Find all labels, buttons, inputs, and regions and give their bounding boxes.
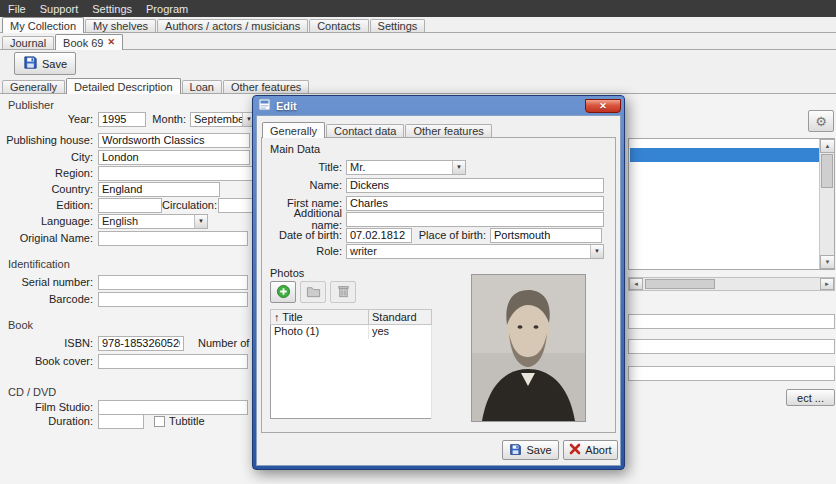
tab-label: Settings [378, 20, 418, 32]
publishing-house-label: Publishing house: [6, 134, 98, 146]
tab-generally[interactable]: Generally [2, 80, 65, 93]
scroll-left-icon[interactable]: ◄ [629, 278, 643, 290]
right-field-2[interactable] [628, 339, 835, 354]
tab-label: My Collection [10, 20, 76, 32]
barcode-input[interactable] [98, 292, 248, 307]
tab-detailed-description[interactable]: Detailed Description [66, 78, 180, 94]
menu-settings[interactable]: Settings [92, 3, 132, 15]
scroll-down-icon[interactable]: ▼ [820, 255, 835, 269]
standard-column-header[interactable]: Standard [369, 310, 432, 325]
tab-book-69[interactable]: Book 69 ✕ [55, 34, 123, 50]
chevron-down-icon[interactable]: ▼ [590, 245, 603, 258]
tab-other-features[interactable]: Other features [223, 80, 309, 93]
scrollbar-track[interactable] [643, 278, 820, 290]
title-combo[interactable]: Mr. ▼ [346, 160, 466, 175]
language-row: Language: English ▼ [6, 213, 208, 229]
date-of-birth-input[interactable] [346, 228, 412, 243]
tab-my-collection[interactable]: My Collection [2, 17, 84, 33]
dialog-tab-generally[interactable]: Generally [262, 122, 325, 138]
original-name-input[interactable] [98, 231, 248, 246]
scrollbar-thumb[interactable] [645, 279, 715, 289]
tab-authors-actors-musicians[interactable]: Authors / actors / musicians [157, 19, 308, 32]
photos-table-header: ↑ Title Standard [271, 310, 432, 325]
horizontal-scrollbar[interactable]: ◄ ► [628, 277, 835, 291]
year-input[interactable] [98, 112, 146, 127]
book-cover-input[interactable] [98, 354, 248, 369]
main-data-heading: Main Data [270, 143, 320, 155]
save-icon [509, 443, 522, 458]
language-label: Language: [6, 215, 98, 227]
first-name-input[interactable] [346, 196, 604, 211]
right-field-1[interactable] [628, 314, 835, 329]
additional-name-input[interactable] [346, 212, 604, 227]
delete-photo-button[interactable] [330, 281, 356, 303]
chevron-down-icon[interactable]: ▼ [452, 161, 465, 174]
tab-label: Other features [231, 81, 301, 93]
country-input[interactable] [98, 182, 220, 197]
original-name-label: Original Name: [6, 232, 98, 244]
dialog-abort-button[interactable]: Abort [563, 440, 618, 460]
dialog-tab-other-features[interactable]: Other features [405, 124, 491, 137]
photos-table[interactable]: ↑ Title Standard Photo (1) yes [270, 309, 432, 419]
name-input[interactable] [346, 178, 604, 193]
vertical-scrollbar[interactable]: ▲ ▼ [819, 139, 834, 269]
region-label: Region: [6, 167, 98, 179]
dialog-tab-contact-data[interactable]: Contact data [326, 124, 404, 137]
dialog-titlebar[interactable]: Edit ✕ [253, 96, 624, 114]
scroll-up-icon[interactable]: ▲ [820, 139, 835, 153]
menu-program[interactable]: Program [146, 3, 188, 15]
chevron-down-icon[interactable]: ▼ [194, 215, 207, 228]
title-value: Mr. [350, 161, 365, 173]
scrollbar-thumb[interactable] [821, 154, 833, 188]
date-of-birth-label: Date of birth: [266, 229, 346, 241]
covers-listbox[interactable]: ▲ ▼ [628, 138, 835, 270]
publishing-house-input[interactable] [98, 133, 250, 148]
duration-input[interactable] [98, 414, 144, 429]
city-input[interactable] [98, 150, 250, 165]
tab-contacts[interactable]: Contacts [309, 19, 368, 32]
save-button[interactable]: Save [14, 52, 76, 75]
role-row: Role: writer ▼ [266, 243, 604, 259]
menu-support[interactable]: Support [40, 3, 79, 15]
dialog-body: Generally Contact data Other features Ma… [256, 115, 621, 466]
month-combo[interactable]: September ▼ [190, 112, 256, 127]
serial-number-input[interactable] [98, 275, 248, 290]
month-value: September [194, 113, 248, 125]
region-input[interactable] [98, 166, 276, 181]
isbn-row: ISBN: Number of pag [6, 335, 271, 351]
subtitle-checkbox[interactable] [154, 416, 165, 427]
tab-my-shelves[interactable]: My shelves [85, 19, 156, 32]
place-of-birth-input[interactable] [490, 228, 602, 243]
tab-loan[interactable]: Loan [182, 80, 222, 93]
open-folder-button[interactable] [300, 281, 326, 303]
edition-row: Edition: Circulation: [6, 197, 278, 213]
title-column-header[interactable]: ↑ Title [271, 310, 369, 325]
table-row[interactable]: Photo (1) yes [271, 325, 432, 339]
add-photo-button[interactable] [270, 281, 296, 303]
select-button-partial[interactable]: ect ... [786, 389, 835, 406]
edition-label: Edition: [6, 199, 98, 211]
tab-label: Contacts [317, 20, 360, 32]
language-value: English [102, 215, 138, 227]
listbox-selected-row[interactable] [630, 148, 819, 162]
main-tabstrip: My Collection My shelves Authors / actor… [0, 17, 836, 33]
edition-input[interactable] [98, 198, 162, 213]
app-window: File Support Settings Program My Collect… [0, 0, 836, 484]
tab-journal[interactable]: Journal [2, 36, 54, 49]
scroll-right-icon[interactable]: ► [820, 278, 834, 290]
tab-settings[interactable]: Settings [370, 19, 426, 32]
identification-heading: Identification [8, 258, 70, 270]
photo-title-cell: Photo (1) [271, 325, 369, 339]
isbn-input[interactable] [98, 336, 184, 351]
save-icon [23, 55, 38, 72]
role-label: Role: [266, 245, 346, 257]
dialog-close-button[interactable]: ✕ [585, 99, 621, 113]
close-tab-icon[interactable]: ✕ [107, 38, 115, 47]
right-field-3[interactable] [628, 366, 835, 381]
settings-gear-button[interactable]: ⚙ [808, 110, 834, 132]
dialog-tabstrip: Generally Contact data Other features [262, 122, 492, 137]
language-combo[interactable]: English ▼ [98, 214, 208, 229]
menu-file[interactable]: File [8, 3, 26, 15]
role-combo[interactable]: writer ▼ [346, 244, 604, 259]
dialog-save-button[interactable]: Save [502, 440, 559, 460]
